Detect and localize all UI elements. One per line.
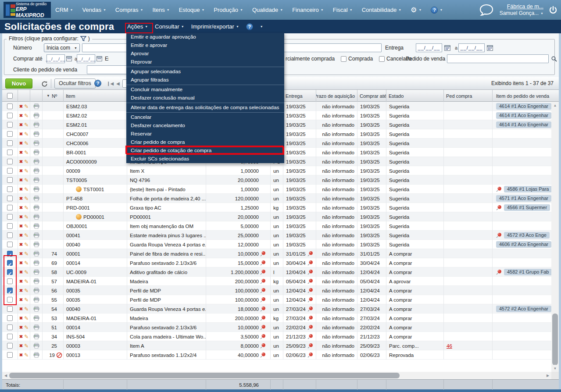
delete-icon[interactable]: ✖ <box>19 203 23 212</box>
edit-pencil-icon[interactable]: ✎ <box>24 240 29 249</box>
edit-pencil-icon[interactable]: ✎ <box>24 314 29 323</box>
delete-icon[interactable]: ✖ <box>19 323 23 332</box>
edit-pencil-icon[interactable]: ✎ <box>24 213 29 221</box>
edit-pencil-icon[interactable]: ✎ <box>24 342 29 350</box>
menu-item-emitir-e-aguardar-aprova-o[interactable]: Emitir e aguardar aprovação <box>126 33 284 41</box>
delete-icon[interactable]: ✖ <box>19 176 23 185</box>
estado-option-checkbox[interactable] <box>379 56 385 62</box>
row-checkbox[interactable] <box>7 251 13 257</box>
scroll-right-icon[interactable]: ▶ <box>544 372 551 379</box>
row-checkbox[interactable] <box>7 205 13 210</box>
edit-pencil-icon[interactable]: ✎ <box>24 222 29 231</box>
row-checkbox[interactable] <box>7 131 13 137</box>
row-checkbox[interactable] <box>7 186 13 192</box>
sales-order-item-badge[interactable]: 4572 #2 Aco Engenhar <box>496 306 551 312</box>
printer-icon[interactable] <box>33 334 39 339</box>
printer-icon[interactable] <box>33 168 39 174</box>
printer-icon[interactable] <box>33 150 39 155</box>
delete-icon[interactable]: ✖ <box>19 342 23 350</box>
delete-icon[interactable]: ✖ <box>19 102 23 111</box>
edit-pencil-icon[interactable]: ✎ <box>24 286 29 295</box>
edit-pencil-icon[interactable]: ✎ <box>24 157 29 166</box>
sales-order-item-badge[interactable]: 4571 #1 Aco Engenhar <box>496 195 551 202</box>
edit-pencil-icon[interactable]: ✎ <box>24 185 29 194</box>
delete-icon[interactable]: ✖ <box>19 277 23 286</box>
delete-icon[interactable]: ✖ <box>19 111 23 120</box>
row-checkbox[interactable] <box>7 159 13 164</box>
row-checkbox[interactable] <box>7 103 13 109</box>
row-checkbox[interactable] <box>7 140 13 146</box>
filters-legend[interactable]: Filtros (clique para configurar: ) <box>7 36 92 42</box>
edit-pencil-icon[interactable]: ✎ <box>24 194 29 203</box>
edit-pencil-icon[interactable]: ✎ <box>24 139 29 148</box>
edit-pencil-icon[interactable]: ✎ <box>24 351 29 360</box>
top-menu-itens[interactable]: Itens▼ <box>153 7 170 13</box>
chevron-down-icon[interactable]: ▼ <box>260 25 263 28</box>
column-header-ped-compra[interactable]: Ped compra <box>444 90 493 102</box>
delete-icon[interactable]: ✖ <box>19 148 23 157</box>
power-icon[interactable] <box>549 6 557 14</box>
sales-order-item-badge[interactable]: 4582 #1 Grupo Fab <box>504 269 551 275</box>
numero-operator-select[interactable]: Inicia com▼ <box>44 43 80 52</box>
printer-icon[interactable] <box>33 223 39 229</box>
chat-bubble-icon[interactable] <box>479 4 494 17</box>
menu-item-excluir-scs-selecionadas[interactable]: Excluir SCs selecionadas <box>126 155 284 163</box>
sales-order-item-badge[interactable]: 4572 #3 Aco Enge <box>504 232 550 239</box>
row-checkbox[interactable] <box>7 214 13 220</box>
calendar-icon[interactable] <box>96 56 102 61</box>
delete-icon[interactable]: ✖ <box>19 231 23 240</box>
row-checkbox[interactable] <box>7 242 13 247</box>
column-header-estado[interactable]: Estado <box>386 90 444 102</box>
printer-icon[interactable] <box>33 352 39 358</box>
menu-consultar[interactable]: Consultar▼ <box>155 23 184 30</box>
delete-icon[interactable]: ✖ <box>19 121 23 129</box>
hide-filters-button[interactable]: Ocultar filtros <box>54 78 96 89</box>
app-logo[interactable]: Sistema de gestão ERP MAXIPROD <box>4 2 51 18</box>
scroll-up-icon[interactable]: ▲ <box>551 102 559 109</box>
menu-item-cancelar[interactable]: Cancelar <box>126 113 284 121</box>
edit-pencil-icon[interactable]: ✎ <box>24 268 29 277</box>
calendar-icon[interactable] <box>444 45 450 51</box>
edit-pencil-icon[interactable]: ✎ <box>24 305 29 314</box>
edit-pencil-icon[interactable]: ✎ <box>24 102 29 111</box>
edit-pencil-icon[interactable]: ✎ <box>24 259 29 267</box>
delete-icon[interactable]: ✖ <box>19 167 23 175</box>
printer-icon[interactable] <box>33 205 39 210</box>
column-header-n-[interactable]: ▼Nº <box>43 90 64 102</box>
delete-icon[interactable]: ✖ <box>19 296 23 304</box>
comprar-ate-date-to[interactable]: __/__/__ <box>77 54 95 63</box>
top-menu-fiscal[interactable]: Fiscal▼ <box>333 7 353 13</box>
column-header-1[interactable] <box>18 90 30 102</box>
row-checkbox[interactable] <box>7 278 13 284</box>
edit-pencil-icon[interactable]: ✎ <box>24 121 29 129</box>
column-header-2[interactable] <box>30 90 43 102</box>
entrega-date-to[interactable]: __/__/__ <box>458 43 485 52</box>
menu-item-criar-pedido-de-cota-o-de-compra[interactable]: Criar pedido de cotação de compra <box>126 146 284 155</box>
printer-icon[interactable] <box>33 131 39 137</box>
horizontal-scrollbar-thumb[interactable] <box>9 373 400 378</box>
top-menu-estoque[interactable]: Estoque▼ <box>179 7 205 13</box>
delete-icon[interactable]: ✖ <box>19 194 23 203</box>
menu-item-emitir-e-aprovar[interactable]: Emitir e aprovar <box>126 41 284 50</box>
edit-pencil-icon[interactable]: ✎ <box>24 167 29 175</box>
menu-item-desfazer-conclus-o-manual[interactable]: Desfazer conclusão manual <box>126 94 284 102</box>
row-checkbox[interactable] <box>7 223 13 229</box>
delete-icon[interactable]: ✖ <box>19 314 23 323</box>
menu-item-agrupar-selecionadas[interactable]: Agrupar selecionadas <box>126 68 284 76</box>
purchase-order-link[interactable]: 46 <box>447 342 452 350</box>
calendar-icon[interactable] <box>487 45 493 51</box>
column-header-prazo-de-aquisi-o[interactable]: Prazo de aquisição <box>316 90 357 102</box>
delete-icon[interactable]: ✖ <box>19 286 23 295</box>
pedido-venda-input[interactable] <box>447 54 549 63</box>
company-link[interactable]: Fábrica de m... <box>507 4 543 10</box>
column-header-entrega[interactable]: Entrega <box>283 90 316 102</box>
printer-icon[interactable] <box>33 315 39 321</box>
row-checkbox[interactable] <box>7 177 13 183</box>
printer-icon[interactable] <box>33 196 39 201</box>
scroll-left-icon[interactable]: ◀ <box>2 372 9 379</box>
top-menu-vendas[interactable]: Vendas▼ <box>82 7 106 13</box>
top-menu-financeiro[interactable]: Financeiro▼ <box>292 7 324 13</box>
sales-order-item-badge[interactable]: 4586 #1 Lojas Para <box>504 186 551 192</box>
delete-icon[interactable]: ✖ <box>19 240 23 249</box>
sales-order-item-badge[interactable]: 4614 #1 Aco Engenhar <box>496 103 551 110</box>
